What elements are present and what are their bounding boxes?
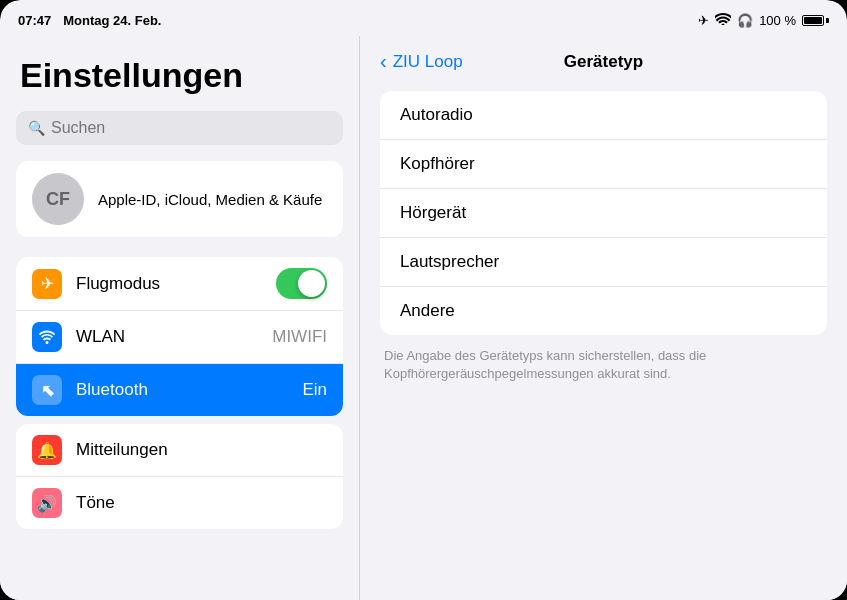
settings-panel: Einstellungen 🔍 CF Apple-ID, iCloud, Med… — [0, 36, 360, 600]
status-time: 07:47 — [18, 13, 51, 28]
detail-panel: ‹ ZIU Loop Gerätetyp Autoradio Kopfhörer… — [360, 36, 847, 600]
settings-title: Einstellungen — [0, 56, 359, 95]
flugmodus-toggle[interactable] — [276, 268, 327, 299]
device-item-autoradio[interactable]: Autoradio — [380, 91, 827, 140]
battery-icon — [802, 15, 829, 26]
search-icon: 🔍 — [28, 120, 45, 136]
bluetooth-icon: ⬉ — [32, 375, 62, 405]
mitteilungen-icon: 🔔 — [32, 435, 62, 465]
toene-icon: 🔊 — [32, 488, 62, 518]
device-type-list: Autoradio Kopfhörer Hörgerät Lautspreche… — [380, 91, 827, 335]
bluetooth-label: Bluetooth — [76, 380, 288, 400]
settings-group-1: ✈ Flugmodus WLAN MIWIFI — [16, 257, 343, 416]
settings-group-2: 🔔 Mitteilungen 🔊 Töne — [16, 424, 343, 529]
device-item-kopfhoerer[interactable]: Kopfhörer — [380, 140, 827, 189]
status-date: Montag 24. Feb. — [63, 13, 161, 28]
device-item-andere[interactable]: Andere — [380, 287, 827, 335]
settings-item-bluetooth[interactable]: ⬉ Bluetooth Ein — [16, 364, 343, 416]
wlan-value: MIWIFI — [272, 327, 327, 347]
main-content: Einstellungen 🔍 CF Apple-ID, iCloud, Med… — [0, 36, 847, 600]
account-description: Apple-ID, iCloud, Medien & Käufe — [98, 189, 322, 210]
back-chevron-icon: ‹ — [380, 50, 387, 73]
wlan-icon — [32, 322, 62, 352]
flugmodus-icon: ✈ — [32, 269, 62, 299]
battery-percent: 100 % — [759, 13, 796, 28]
avatar: CF — [32, 173, 84, 225]
airplane-status-icon: ✈ — [698, 13, 709, 28]
back-button[interactable]: ‹ ZIU Loop — [380, 50, 463, 73]
back-label: ZIU Loop — [393, 52, 463, 72]
account-row[interactable]: CF Apple-ID, iCloud, Medien & Käufe — [16, 161, 343, 237]
settings-item-flugmodus[interactable]: ✈ Flugmodus — [16, 257, 343, 311]
status-bar: 07:47 Montag 24. Feb. ✈ 🎧 100 % — [0, 0, 847, 36]
toene-label: Töne — [76, 493, 327, 513]
device-item-hoergeraet[interactable]: Hörgerät — [380, 189, 827, 238]
settings-item-mitteilungen[interactable]: 🔔 Mitteilungen — [16, 424, 343, 477]
settings-item-wlan[interactable]: WLAN MIWIFI — [16, 311, 343, 364]
detail-title: Gerätetyp — [564, 52, 643, 72]
toggle-thumb — [298, 270, 325, 297]
bluetooth-value: Ein — [302, 380, 327, 400]
flugmodus-label: Flugmodus — [76, 274, 262, 294]
wlan-label: WLAN — [76, 327, 258, 347]
device-item-lautsprecher[interactable]: Lautsprecher — [380, 238, 827, 287]
search-bar[interactable]: 🔍 — [16, 111, 343, 145]
mitteilungen-label: Mitteilungen — [76, 440, 327, 460]
search-input[interactable] — [51, 119, 331, 137]
headphones-status-icon: 🎧 — [737, 13, 753, 28]
detail-header: ‹ ZIU Loop Gerätetyp — [360, 36, 847, 83]
status-bar-left: 07:47 Montag 24. Feb. — [18, 13, 161, 28]
settings-item-toene[interactable]: 🔊 Töne — [16, 477, 343, 529]
detail-description: Die Angabe des Gerätetyps kann sicherste… — [360, 335, 847, 395]
status-bar-right: ✈ 🎧 100 % — [698, 13, 829, 28]
wifi-status-icon — [715, 13, 731, 28]
